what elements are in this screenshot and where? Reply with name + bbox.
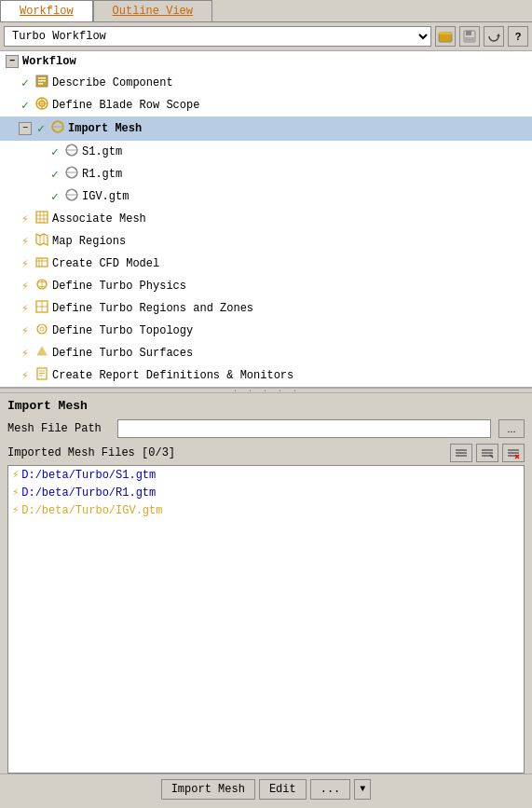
create-report-label: Create Report Definitions & Monitors: [52, 369, 293, 382]
report-icon: [34, 366, 49, 385]
workflow-dropdown[interactable]: Turbo Workflow: [4, 26, 431, 47]
associate-icon: [34, 210, 49, 228]
tree-item-create-cfd[interactable]: ⚡ Create CFD Model: [0, 253, 532, 275]
svg-rect-2: [466, 31, 471, 35]
help-icon: ?: [515, 31, 522, 42]
file-item-igv[interactable]: ⚡ D:/beta/Turbo/IGV.gtm: [8, 501, 524, 519]
lightning-icon-associate: ⚡: [19, 212, 32, 226]
tree-item-map-regions[interactable]: ⚡ Map Regions: [0, 230, 532, 253]
save-button[interactable]: [459, 26, 480, 47]
bottom-bar: Import Mesh Edit ... ▼: [0, 774, 532, 803]
mesh-file-path-input[interactable]: [117, 419, 491, 438]
toolbar: Turbo Workflow ?: [0, 22, 532, 51]
lightning-icon-topology: ⚡: [19, 323, 32, 338]
workflow-collapse-btn[interactable]: −: [6, 55, 19, 68]
list-remove-button[interactable]: [476, 444, 498, 462]
topology-icon: [34, 322, 49, 340]
create-cfd-label: Create CFD Model: [52, 257, 159, 270]
tree-item-describe[interactable]: ✓ Describe Component: [0, 72, 532, 94]
physics-icon: [34, 277, 49, 295]
s1-icon: [64, 143, 79, 161]
help-button[interactable]: ?: [508, 26, 528, 47]
define-surfaces-label: Define Turbo Surfaces: [52, 347, 193, 360]
more-button[interactable]: ...: [310, 779, 351, 800]
svg-point-38: [37, 324, 47, 334]
tree-item-import-mesh[interactable]: − ✓ Import Mesh: [0, 116, 532, 141]
list-add-button[interactable]: [450, 444, 472, 462]
tree-item-r1[interactable]: ✓ R1.gtm: [0, 163, 532, 185]
mesh-file-path-label: Mesh File Path: [7, 422, 110, 435]
svg-rect-6: [38, 77, 46, 79]
main-container: − Workflow ✓ Describe Component ✓: [0, 51, 532, 803]
lightning-icon-map: ⚡: [19, 234, 32, 249]
tree-item-associate[interactable]: ⚡ Associate Mesh: [0, 208, 532, 230]
surfaces-icon: [34, 344, 49, 363]
folder-button[interactable]: [435, 26, 456, 47]
import-mesh-label: Import Mesh: [68, 122, 142, 135]
describe-label: Describe Component: [52, 76, 173, 89]
tree-item-s1[interactable]: ✓ S1.gtm: [0, 141, 532, 163]
describe-node-icon: [34, 74, 49, 92]
tree-item-define-topology[interactable]: ⚡ Define Turbo Topology: [0, 320, 532, 342]
file-path-r1: D:/beta/Turbo/R1.gtm: [21, 486, 156, 500]
tab-bar: Workflow Outline View: [0, 0, 532, 22]
blade-row-label: Define Blade Row Scope: [52, 99, 199, 112]
workflow-panel: − Workflow ✓ Describe Component ✓: [0, 51, 532, 388]
tree-item-define-regions[interactable]: ⚡ Define Turbo Regions and Zones: [0, 297, 532, 320]
file-path-s1: D:/beta/Turbo/S1.gtm: [21, 469, 156, 482]
file-list: ⚡ D:/beta/Turbo/S1.gtm ⚡ D:/beta/Turbo/R…: [7, 465, 525, 774]
tree-item-blade-row[interactable]: ✓ Define Blade Row Scope: [0, 94, 532, 116]
r1-icon: [64, 165, 79, 184]
import-mesh-button[interactable]: Import Mesh: [161, 779, 255, 800]
lightning-icon-cfd: ⚡: [19, 256, 32, 271]
folder-icon: [438, 29, 453, 44]
check-icon: ✓: [19, 75, 32, 90]
tab-workflow[interactable]: Workflow: [0, 0, 93, 21]
save-icon: [462, 29, 477, 44]
tab-outline-view[interactable]: Outline View: [93, 0, 212, 21]
edit-button[interactable]: Edit: [259, 779, 307, 800]
list-clear-icon: [507, 446, 520, 459]
associate-label: Associate Mesh: [52, 212, 146, 226]
igv-label: IGV.gtm: [82, 190, 129, 203]
check-icon-s1: ✓: [48, 144, 61, 159]
file-item-s1[interactable]: ⚡ D:/beta/Turbo/S1.gtm: [8, 466, 524, 484]
tree-item-igv[interactable]: ✓ IGV.gtm: [0, 185, 532, 208]
igv-icon: [64, 187, 79, 206]
file-item-r1[interactable]: ⚡ D:/beta/Turbo/R1.gtm: [8, 484, 524, 501]
map-regions-label: Map Regions: [52, 235, 126, 248]
workflow-header: − Workflow: [0, 51, 532, 72]
check-icon-igv: ✓: [48, 189, 61, 204]
list-clear-button[interactable]: [502, 444, 525, 462]
refresh-button[interactable]: [484, 26, 504, 47]
cfd-icon: [34, 254, 49, 273]
s1-label: S1.gtm: [82, 145, 122, 158]
check-icon-3: ✓: [34, 121, 48, 136]
more-dropdown-arrow[interactable]: ▼: [354, 779, 371, 800]
svg-rect-8: [38, 83, 43, 85]
svg-rect-21: [36, 212, 48, 223]
check-icon-2: ✓: [19, 98, 32, 113]
svg-rect-3: [465, 37, 474, 41]
tree-item-define-surfaces[interactable]: ⚡ Define Turbo Surfaces: [0, 342, 532, 364]
properties-panel: Import Mesh Mesh File Path ... Imported …: [0, 393, 532, 774]
file-icon-s1: ⚡: [12, 468, 19, 482]
define-topology-label: Define Turbo Topology: [52, 324, 193, 337]
browse-button[interactable]: ...: [498, 419, 525, 438]
list-add-icon: [455, 446, 468, 459]
file-icon-r1: ⚡: [12, 486, 19, 500]
list-remove-icon: [481, 446, 494, 459]
workflow-label: Workflow: [22, 55, 76, 68]
prop-title: Import Mesh: [0, 393, 532, 417]
lightning-icon-regions: ⚡: [19, 301, 32, 316]
tree-item-create-report[interactable]: ⚡ Create Report Definitions & Monitors: [0, 364, 532, 387]
lightning-icon-surfaces: ⚡: [19, 346, 32, 361]
mesh-file-path-row: Mesh File Path ...: [0, 417, 532, 441]
svg-rect-7: [38, 80, 46, 82]
import-mesh-collapse-btn[interactable]: −: [19, 122, 32, 135]
define-regions-label: Define Turbo Regions and Zones: [52, 302, 253, 315]
import-mesh-icon: [50, 119, 65, 138]
regions-icon: [34, 299, 49, 318]
tree-item-define-physics[interactable]: ⚡ Define Turbo Physics: [0, 275, 532, 297]
svg-marker-26: [36, 234, 48, 245]
